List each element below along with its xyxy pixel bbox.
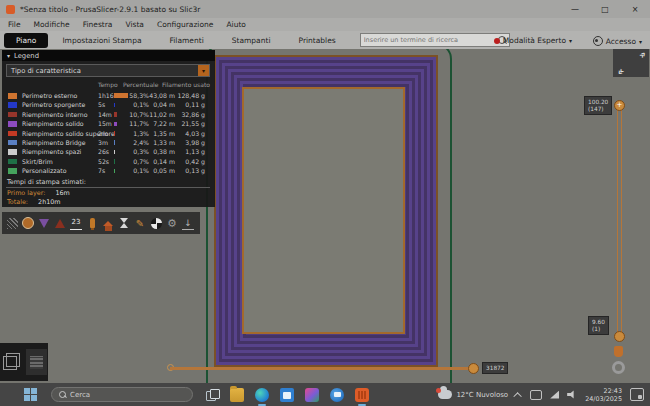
start-button[interactable] xyxy=(24,388,37,401)
preview-view-button[interactable] xyxy=(26,349,47,375)
clock[interactable]: 22:43 24/03/2025 xyxy=(585,387,622,403)
view-type-dropdown[interactable]: Tipo di caratteristica ▾ xyxy=(6,64,210,77)
legend-row: Personalizzato 7s 0,1% 0,05 m 0,13 g xyxy=(2,166,215,175)
legend-row: Perimetro sporgente 5s 0,1% 0,04 m 0,11 … xyxy=(2,100,215,109)
export-icon[interactable]: ↓ xyxy=(182,217,194,230)
layer-slider-track[interactable] xyxy=(617,105,622,337)
settings-search-input[interactable] xyxy=(361,35,496,45)
total-time: Totale: 2h10m xyxy=(7,198,61,206)
first-layer-time: Primo layer: 16m xyxy=(7,189,70,197)
shells-icon[interactable] xyxy=(150,217,162,229)
legend-row: Riempimento solido superiore 2m 1,3% 1,3… xyxy=(2,129,215,138)
col-tempo: Tempo xyxy=(98,81,118,88)
legend-row: Riempimento solido 15m 11,7% 7,22 m 21,5… xyxy=(2,119,215,128)
expert-mode-selector[interactable]: Modalità Esperto ▾ xyxy=(494,36,572,45)
pause-prints-icon[interactable] xyxy=(118,217,130,229)
legend-rows: Perimetro esterno 1h16m 58,3% 43,08 m 12… xyxy=(2,91,215,176)
collapse-sidebar-button[interactable]: » « xyxy=(613,49,649,77)
moves-slider-handle[interactable] xyxy=(468,363,479,374)
legend-row: Riempimento Bridge 3m 2,4% 1,33 m 3,98 g xyxy=(2,138,215,147)
maximize-button[interactable]: □ xyxy=(590,0,620,18)
search-icon xyxy=(59,391,66,398)
tab-stampanti[interactable]: Stampanti xyxy=(218,33,285,48)
active-indicator xyxy=(358,404,366,406)
legend-title: Legend xyxy=(14,52,39,60)
estimated-times-title: Tempi di stampa stimati: xyxy=(7,178,86,186)
menu-vista[interactable]: Vista xyxy=(125,20,144,29)
menu-finestra[interactable]: Finestra xyxy=(83,20,113,29)
titlebar: *Senza titolo - PrusaSlicer-2.9.1 basato… xyxy=(0,0,650,18)
network-icon[interactable] xyxy=(550,391,559,399)
feature-color-swatch xyxy=(8,149,17,155)
close-button[interactable]: × xyxy=(620,0,650,18)
percent-bar xyxy=(114,169,115,174)
travel-icon[interactable] xyxy=(6,217,18,229)
edge-browser-icon[interactable] xyxy=(255,388,269,402)
percent-bar xyxy=(114,140,115,145)
microsoft-store-icon[interactable] xyxy=(280,388,294,402)
legend-header[interactable]: ▾ Legend xyxy=(2,50,215,61)
wipe-icon[interactable] xyxy=(22,217,34,229)
moves-slider-track[interactable] xyxy=(170,367,476,370)
legend-toolbar: 23 ✎ ⚙ ↓ xyxy=(2,212,200,234)
chevron-down-icon: ▾ xyxy=(569,37,572,44)
retractions-icon[interactable] xyxy=(38,217,50,229)
deretractions-icon[interactable] xyxy=(54,217,66,229)
account-menu[interactable]: Accesso ▾ xyxy=(593,36,642,46)
col-percentuale: Percentuale xyxy=(123,81,158,88)
window-title: *Senza titolo - PrusaSlicer-2.9.1 basato… xyxy=(20,5,200,14)
tab-impostazioni-stampa[interactable]: Impostazioni Stampa xyxy=(48,33,155,48)
dropdown-arrow-icon[interactable]: ▾ xyxy=(198,65,209,76)
tab-printables[interactable]: Printables xyxy=(284,33,349,48)
add-color-change-icon[interactable] xyxy=(614,346,623,357)
moves-slider-value: 31872 xyxy=(482,362,508,374)
office-icon[interactable] xyxy=(305,388,319,402)
keyboard-layout-icon[interactable] xyxy=(530,390,542,400)
hidden-icons-chevron[interactable] xyxy=(513,392,521,400)
tab-piano[interactable]: Piano xyxy=(4,33,48,48)
menu-modifiche[interactable]: Modifiche xyxy=(34,20,70,29)
view-mode-switch xyxy=(0,343,48,381)
color-changes-icon[interactable] xyxy=(102,217,114,229)
percent-bar xyxy=(114,112,117,117)
feature-color-swatch xyxy=(8,93,17,99)
tab-filamenti[interactable]: Filamenti xyxy=(156,33,218,48)
layer-slider-bottom-handle[interactable] xyxy=(614,331,625,342)
legend-row: Riempimento spazi 26s 0,3% 0,38 m 1,13 g xyxy=(2,147,215,156)
settings-search-box[interactable] xyxy=(360,33,510,47)
prusaslicer-logo-icon xyxy=(6,5,15,14)
menu-configurazione[interactable]: Configurazione xyxy=(157,20,213,29)
col-filamento: Filamento usato xyxy=(162,81,210,88)
editor-view-button[interactable] xyxy=(1,349,22,375)
seams-icon[interactable]: 23 xyxy=(70,217,82,230)
custom-gcode-icon[interactable]: ✎ xyxy=(134,217,146,229)
layer-slider-top-handle[interactable]: + xyxy=(614,100,625,111)
taskbar-search[interactable]: Cerca xyxy=(51,387,193,402)
tool-changes-icon[interactable] xyxy=(86,217,98,229)
plus-icon: + xyxy=(617,102,623,109)
minimize-button[interactable]: — xyxy=(560,0,590,18)
feature-color-swatch xyxy=(8,121,17,127)
gcode-preview-viewport[interactable]: ▾ Legend Tipo di caratteristica ▾ Tempo … xyxy=(0,49,650,383)
gear-icon[interactable]: ⚙ xyxy=(166,217,178,229)
layer-slider-top-tooltip: 100.20 (147) xyxy=(584,96,612,115)
percent-bar xyxy=(114,159,115,164)
prusaslicer-taskbar-icon[interactable] xyxy=(355,388,369,402)
file-explorer-icon[interactable] xyxy=(230,388,244,402)
slider-ring-icon[interactable] xyxy=(612,361,625,374)
notification-center-icon[interactable] xyxy=(630,388,644,401)
volume-icon[interactable] xyxy=(567,390,577,399)
divider xyxy=(6,187,210,188)
person-icon xyxy=(593,36,603,46)
feature-color-swatch xyxy=(8,112,17,118)
print-object-inner-hole xyxy=(242,87,405,334)
feature-color-swatch xyxy=(8,131,17,137)
percent-bar xyxy=(114,150,115,155)
expand-arrow-icon: » xyxy=(636,49,648,61)
percent-bar xyxy=(114,122,117,127)
outlook-icon[interactable] xyxy=(330,388,344,402)
weather-widget[interactable]: 12°C Nuvoloso xyxy=(438,390,508,399)
menu-aiuto[interactable]: Aiuto xyxy=(226,20,246,29)
menu-file[interactable]: File xyxy=(8,20,21,29)
task-view-icon[interactable] xyxy=(205,388,219,402)
